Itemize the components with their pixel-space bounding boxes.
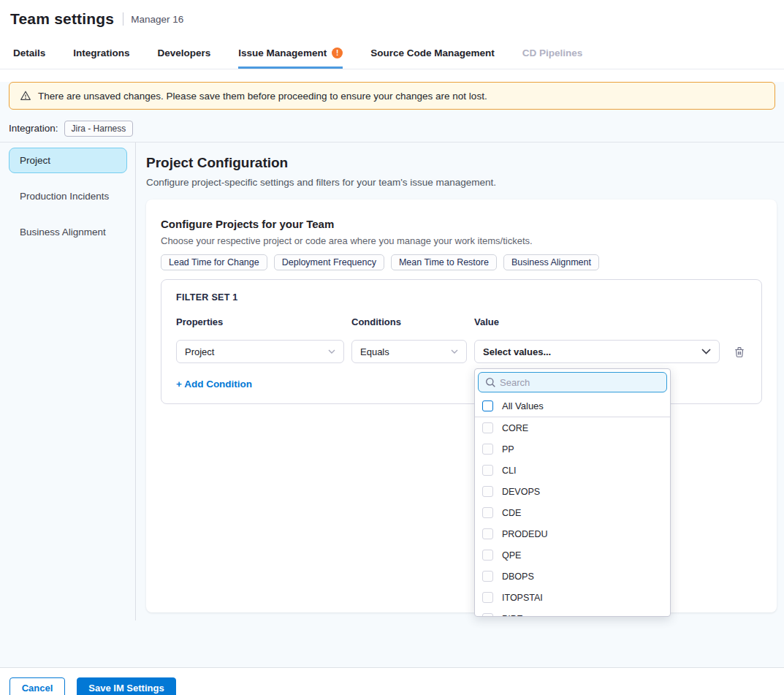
chevron-down-icon <box>328 349 335 354</box>
tab-source-code-management[interactable]: Source Code Management <box>370 38 495 69</box>
unsaved-warning-badge-icon: ! <box>332 48 343 58</box>
filter-set-1: FILTER SET 1 Properties Conditions Value… <box>161 279 762 404</box>
metric-chip-business-alignment: Business Alignment <box>503 254 599 270</box>
dropdown-options-list: CORE PP <box>475 417 670 617</box>
metric-chip-mean-time-to-restore: Mean Time to Restore <box>391 254 497 270</box>
option-devops[interactable]: DEVOPS <box>475 481 670 502</box>
checkbox-icon[interactable] <box>482 465 493 476</box>
option-prodedu[interactable]: PRODEDU <box>475 523 670 544</box>
search-input[interactable] <box>478 372 667 392</box>
integration-row: Integration: Jira - Harness <box>9 121 784 136</box>
metric-chip-deployment-frequency: Deployment Frequency <box>274 254 384 270</box>
checkbox-icon[interactable] <box>482 571 493 582</box>
integration-label: Integration: <box>9 123 58 134</box>
option-dbops[interactable]: DBOPS <box>475 566 670 587</box>
value-multiselect[interactable]: Select values... <box>474 340 720 363</box>
option-core[interactable]: CORE <box>475 417 670 438</box>
metric-chips-row: Lead Time for Change Deployment Frequenc… <box>161 254 762 270</box>
filter-column-labels: Properties Conditions Value <box>176 316 747 327</box>
checkbox-icon[interactable] <box>482 550 493 561</box>
sidebar-item-production-incidents[interactable]: Production Incidents <box>9 183 127 209</box>
conditions-select[interactable]: Equals <box>351 340 467 363</box>
configure-projects-card: Configure Projects for your Team Choose … <box>146 200 777 612</box>
save-im-settings-button[interactable]: Save IM Settings <box>77 677 176 695</box>
option-itopstai[interactable]: ITOPSTAI <box>475 587 670 608</box>
metric-chip-lead-time-for-change: Lead Time for Change <box>161 254 267 270</box>
title-divider <box>123 12 123 26</box>
section-subtitle: Configure project-specific settings and … <box>146 177 777 188</box>
properties-column-label: Properties <box>176 316 344 327</box>
warning-triangle-icon <box>20 90 31 102</box>
section-title: Project Configuration <box>146 155 777 171</box>
checkbox-icon[interactable] <box>482 528 493 539</box>
search-icon <box>485 377 496 388</box>
checkbox-icon[interactable] <box>482 444 493 455</box>
value-column-label: Value <box>474 316 720 327</box>
tab-details[interactable]: Details <box>13 38 45 69</box>
sidebar-item-project[interactable]: Project <box>9 148 127 173</box>
conditions-column-label: Conditions <box>351 316 467 327</box>
cancel-button[interactable]: Cancel <box>9 677 65 695</box>
tab-cd-pipelines[interactable]: CD Pipelines <box>522 38 583 69</box>
integration-chip[interactable]: Jira - Harness <box>64 121 134 137</box>
card-title: Configure Projects for your Team <box>161 218 762 230</box>
settings-sidebar: Project Production Incidents Business Al… <box>0 143 136 620</box>
properties-select[interactable]: Project <box>176 340 344 363</box>
delete-condition-button[interactable] <box>734 346 745 358</box>
checkbox-icon[interactable] <box>482 400 493 411</box>
option-pp[interactable]: PP <box>475 438 670 460</box>
chevron-down-icon <box>701 349 711 354</box>
checkbox-icon[interactable] <box>482 613 493 617</box>
tab-integrations[interactable]: Integrations <box>73 38 129 69</box>
content-area: Project Production Incidents Business Al… <box>0 143 784 656</box>
checkbox-icon[interactable] <box>482 507 493 518</box>
banner-text: There are unsaved changes. Please save t… <box>38 91 487 102</box>
checkbox-icon[interactable] <box>482 486 493 497</box>
option-pipe[interactable]: PIPE <box>475 608 670 617</box>
filter-condition-row: Project Equals <box>176 340 747 363</box>
tab-bar: Details Integrations Developers Issue Ma… <box>0 38 784 69</box>
page-body: There are unsaved changes. Please save t… <box>0 82 784 667</box>
option-cde[interactable]: CDE <box>475 502 670 523</box>
team-name-label: Manager 16 <box>131 14 183 25</box>
option-all-values[interactable]: All Values <box>475 395 670 417</box>
value-cell: Select values... <box>474 340 720 363</box>
add-condition-button[interactable]: + Add Condition <box>176 379 252 390</box>
dropdown-search-field[interactable] <box>500 377 646 388</box>
footer-bar: Cancel Save IM Settings <box>0 667 784 695</box>
option-qpe[interactable]: QPE <box>475 544 670 566</box>
tab-issue-management[interactable]: Issue Management ! <box>238 38 343 69</box>
chevron-down-icon <box>451 349 458 354</box>
value-options-dropdown: All Values CORE <box>474 368 671 617</box>
filter-set-title: FILTER SET 1 <box>176 292 747 303</box>
checkbox-icon[interactable] <box>482 422 493 433</box>
page-title: Team settings <box>10 10 114 28</box>
sidebar-item-business-alignment[interactable]: Business Alignment <box>9 219 127 245</box>
card-subtitle: Choose your respective project or code a… <box>161 235 762 246</box>
tab-developers[interactable]: Developers <box>158 38 211 69</box>
page-header: Team settings Manager 16 <box>0 0 784 38</box>
dropdown-search-wrap <box>475 369 670 395</box>
checkbox-icon[interactable] <box>482 592 493 603</box>
main-panel: Project Configuration Configure project-… <box>136 143 784 612</box>
unsaved-changes-banner: There are unsaved changes. Please save t… <box>9 82 775 110</box>
trash-icon <box>734 346 745 358</box>
option-cli[interactable]: CLI <box>475 460 670 481</box>
